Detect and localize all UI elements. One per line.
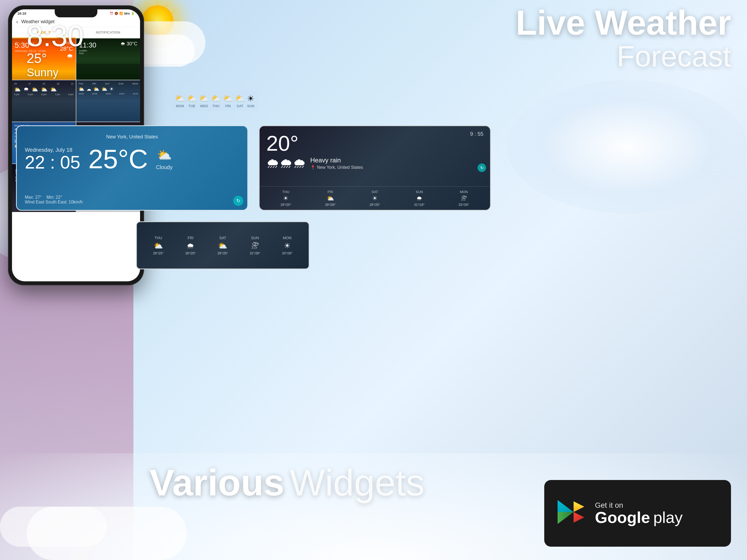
wm-condition: Heavy rain [310, 157, 363, 164]
top-condition: Sunny [27, 66, 84, 79]
forecast-day-7: ☀ SUN [247, 94, 254, 108]
various-label: Various [149, 464, 284, 501]
svg-marker-2 [573, 512, 584, 523]
forecast-day-6: ⛅ SAT [235, 94, 245, 108]
svg-marker-0 [558, 500, 573, 512]
tab-notification[interactable]: NOTIFICATION [76, 27, 140, 38]
google-play-badge[interactable]: Get it on Google play [544, 480, 731, 547]
ws-day-1: THU ⛅ 28°/25° [153, 236, 164, 255]
widget-card-small: THU ⛅ 28°/25° FRI 🌧 29°/25° SAT ⛅ 29°/25… [136, 221, 309, 269]
wm-location-pin: 📍 [310, 165, 316, 170]
widget-cell-3[interactable]: 2927262621 ⛅ 🌧 ⛅ ⛅ ⛅ 4 pm5 pm6 pm7 pm8 p… [12, 80, 76, 122]
wl-condition: Cloudy [156, 164, 172, 170]
title-forecast: Forecast [516, 40, 731, 72]
wl-max: Max: 27° [25, 195, 42, 199]
forecast-day-5: ⛅ FRI [223, 94, 233, 108]
cloud-bottom-2 [0, 507, 107, 547]
wm-location: New York, United States [317, 165, 363, 170]
w2-location: London [79, 49, 137, 52]
day4-icon: ⛅ [211, 94, 221, 103]
wm-time: 9 : 55 [470, 131, 483, 137]
day6-label: SAT [237, 104, 243, 108]
play-text: Get it on Google play [595, 501, 683, 526]
background-cloud-right [507, 80, 747, 213]
wl-refresh-button[interactable]: ↻ [233, 196, 243, 206]
day1-label: MON [176, 104, 184, 108]
top-weather-display: 8:30 25° Sunny [27, 21, 84, 79]
day1-icon: ⛅ [175, 94, 185, 103]
top-temp: 25° [27, 51, 84, 66]
w2-temp: 🌧 30°C [121, 41, 137, 47]
day2-icon: ⛅ [187, 94, 197, 103]
widget-card-medium: 9 : 55 20° 🌧🌧🌧 Heavy rain 📍 New York, Un… [259, 125, 491, 211]
play-get-it-label: Get it on [595, 501, 683, 510]
wm-day-2: FRI ⛅ 29°/26° [325, 190, 336, 207]
forecast-day-1: ⛅ MON [175, 94, 185, 108]
alarm-icon: ⏰ [110, 12, 113, 15]
wl-details: Max: 27° Min: 22° Wind East South East: … [25, 195, 83, 205]
widgets-label: Widgets [290, 464, 425, 501]
ws-day-2: FRI 🌧 29°/25° [185, 236, 196, 255]
signal-icon: 📶 [119, 12, 123, 15]
day6-icon: ⛅ [235, 94, 245, 103]
day5-icon: ⛅ [223, 94, 233, 103]
wl-temp: 25°C [88, 144, 148, 175]
wl-date: Wednesday, July 18 [25, 147, 80, 153]
wm-day-4: SUN 🌧 31°/19° [414, 190, 425, 207]
status-icons: ⏰ 🔕 📶 98% 🔋 [110, 12, 135, 15]
wl-wind: Wind East South East: 10km/h [25, 200, 83, 204]
wm-day-5: MON ⛈ 33°/26° [459, 190, 469, 207]
wl-condition-icon: ⛅ [157, 148, 172, 162]
battery-icon: 98% [124, 12, 130, 15]
day3-icon: ⛅ [199, 94, 209, 103]
phone-notch [55, 9, 97, 17]
play-google-label: Google [595, 510, 650, 526]
w2-weather: Rain [79, 52, 137, 55]
forecast-day-2: ⛅ TUE [187, 94, 197, 108]
wm-icon: 🌧🌧🌧 [266, 156, 306, 171]
battery-full-icon: 🔋 [131, 12, 135, 15]
app-title-block: Live Weather Forecast [516, 5, 731, 72]
wm-forecast-row: THU ☀ 28°/25° FRI ⛅ 29°/26° SAT ☀ 29°/25… [260, 186, 490, 210]
top-time: 8:30 [27, 21, 84, 51]
widget-card-large: New York, United States Wednesday, July … [16, 125, 248, 211]
wl-location: New York, United States [25, 134, 239, 140]
day7-label: SUN [247, 104, 254, 108]
day5-label: FRI [225, 104, 231, 108]
day4-label: THU [212, 104, 220, 108]
svg-marker-1 [558, 512, 573, 524]
status-time: 16:10 [17, 11, 26, 16]
wl-time: 22 : 05 [25, 153, 80, 171]
forecast-strip: ⛅ MON ⛅ TUE ⛅ WED ⛅ THU ⛅ FRI ⛅ SAT ☀ SU… [171, 91, 259, 111]
wm-day-1: THU ☀ 28°/25° [281, 190, 291, 207]
wm-day-3: SAT ☀ 29°/25° [369, 190, 380, 207]
svg-marker-3 [573, 501, 584, 512]
mute-icon: 🔕 [114, 12, 118, 15]
forecast-day-3: ⛅ WED [199, 94, 209, 108]
ws-day-3: SAT ⛅ 29°/25° [217, 236, 228, 255]
forecast-day-4: ⛅ THU [211, 94, 221, 108]
day7-icon: ☀ [247, 94, 254, 103]
various-widgets-text: Various Widgets [149, 464, 425, 501]
ws-day-5: MON ☀ 33°/26° [282, 236, 293, 255]
ws-day-4: SUN ⛈ 31°/26° [250, 236, 260, 255]
day2-label: TUE [189, 104, 196, 108]
wl-min: Min: 22° [46, 195, 62, 199]
wm-refresh-button[interactable]: ↻ [478, 163, 486, 172]
title-live-weather: Live Weather [516, 5, 731, 40]
play-store-icon [555, 497, 587, 529]
widget-cell-4[interactable]: THUFRISATSUNMON ⛅ ☁ ⛅ ⛅ ☀ 34/2834/2834/2… [76, 80, 140, 122]
back-button[interactable]: ‹ [16, 19, 18, 25]
day3-label: WED [200, 104, 208, 108]
play-play-label: play [653, 510, 683, 526]
widget-cell-2[interactable]: 11:30 London Rain 🌧 30°C [76, 38, 140, 80]
wm-temp: 20° [266, 133, 483, 154]
